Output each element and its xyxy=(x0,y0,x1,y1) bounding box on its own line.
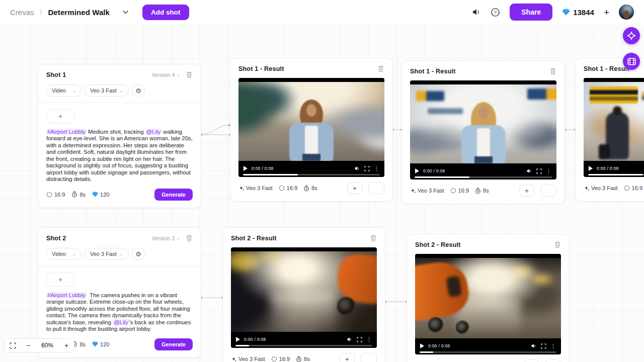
prompt-text[interactable]: #Airport Lobbly The camera pushes in on … xyxy=(46,292,193,333)
model-label: Veo 3 Fast xyxy=(231,356,265,362)
version-dropdown[interactable]: Version 4⌄ xyxy=(152,72,180,78)
fullscreen-button[interactable] xyxy=(364,166,370,171)
shot-card[interactable]: Shot 1 Version 4⌄ Video⌄ Veo 3 Fast⌄ xyxy=(38,64,201,208)
breadcrumb: Crevas / Determined Walk xyxy=(10,8,128,17)
cost-indicator: 120 xyxy=(92,341,109,347)
play-button[interactable] xyxy=(415,168,419,173)
add-to-shot-button[interactable]: + xyxy=(524,359,539,362)
result-title: Shot 2 - Result xyxy=(415,241,461,248)
video-progress-bar[interactable] xyxy=(243,174,380,175)
credits-balance[interactable]: 13844 xyxy=(562,8,594,17)
video-menu-button[interactable]: ⋮ xyxy=(546,168,551,174)
shot-canvas[interactable]: Shot 1 Version 4⌄ Video⌄ Veo 3 Fast⌄ xyxy=(0,24,644,362)
aspect-ratio-label: 16:9 xyxy=(271,356,290,362)
top-bar: Crevas / Determined Walk Add shot ? Shar… xyxy=(0,0,644,24)
share-button[interactable]: Share xyxy=(510,4,552,21)
duration-setting[interactable]: 8s xyxy=(71,191,86,198)
delete-result-button[interactable] xyxy=(370,234,377,242)
video-player[interactable]: 0:00 / 0:08 ⋮ xyxy=(231,247,377,348)
generate-button[interactable]: Generate xyxy=(154,338,193,350)
project-title[interactable]: Determined Walk xyxy=(48,8,110,17)
time-display: 0:00 / 0:08 xyxy=(252,166,273,171)
user-avatar[interactable] xyxy=(619,5,634,20)
video-player[interactable]: 0:00 / 0:08 ⋮ xyxy=(238,78,384,177)
result-title: Shot 1 - Result xyxy=(410,68,456,75)
video-progress-bar[interactable] xyxy=(415,176,552,178)
zoom-out-button[interactable]: − xyxy=(21,339,36,352)
video-player[interactable]: 0:00 / 0:08 ⋮ xyxy=(410,80,556,179)
video-player[interactable]: 0:00 / 0:08 ⋮ xyxy=(584,78,644,177)
breadcrumb-separator: / xyxy=(40,8,42,16)
generate-button[interactable]: Generate xyxy=(154,189,193,201)
result-card[interactable]: Shot 1 - Result 0:00 / 0:08 xyxy=(401,60,565,204)
add-to-shot-button[interactable]: + xyxy=(340,353,355,362)
add-to-shot-button[interactable]: + xyxy=(347,182,362,194)
play-button[interactable] xyxy=(589,166,593,171)
download-button[interactable] xyxy=(540,185,556,197)
download-button[interactable] xyxy=(545,359,561,362)
delete-shot-button[interactable] xyxy=(186,71,193,78)
aspect-ratio-setting[interactable]: 16:9 xyxy=(46,192,65,198)
play-button[interactable] xyxy=(420,343,424,348)
video-progress-bar[interactable] xyxy=(420,351,556,353)
model-dropdown[interactable]: Veo 3 Fast⌄ xyxy=(85,248,129,260)
chevron-down-icon: ⌄ xyxy=(176,72,180,77)
download-button[interactable] xyxy=(368,182,384,194)
fit-view-button[interactable] xyxy=(5,339,21,352)
video-menu-button[interactable]: ⋮ xyxy=(374,166,379,171)
mute-button[interactable] xyxy=(531,343,537,349)
media-type-dropdown[interactable]: Video⌄ xyxy=(46,84,82,97)
gear-icon: ⚙ xyxy=(135,250,141,258)
result-card[interactable]: Shot 1 - Result 0:00 / 0:08 xyxy=(230,58,393,202)
model-dropdown[interactable]: Veo 3 Fast⌄ xyxy=(85,84,129,97)
video-progress-bar[interactable] xyxy=(588,174,644,175)
brand-name[interactable]: Crevas xyxy=(10,8,34,17)
play-button[interactable] xyxy=(236,337,240,342)
trash-icon xyxy=(186,71,193,78)
video-menu-button[interactable]: ⋮ xyxy=(366,337,372,342)
video-menu-button[interactable]: ⋮ xyxy=(550,343,556,349)
result-card[interactable]: Shot 2 - Result 0:00 / 0:08 xyxy=(222,227,385,362)
delete-result-button[interactable] xyxy=(377,65,384,72)
mute-button[interactable] xyxy=(354,165,360,171)
add-to-shot-button[interactable]: + xyxy=(519,185,534,197)
project-menu-chevron-icon[interactable] xyxy=(123,11,128,14)
result-card[interactable]: Shot 2 - Result 0:00 / 0:08 xyxy=(407,234,570,362)
zoom-in-button[interactable]: + xyxy=(59,339,74,352)
video-player[interactable]: 0:00 / 0:08 ⋮ xyxy=(415,254,561,354)
prompt-text[interactable]: #Airport Lobbly Medium shot, tracking @L… xyxy=(46,129,193,183)
add-reference-button[interactable]: + xyxy=(46,273,74,287)
download-button[interactable] xyxy=(361,353,377,362)
fullscreen-button[interactable] xyxy=(357,337,362,342)
ai-assistant-button[interactable] xyxy=(623,27,640,44)
video-thumbnail xyxy=(238,82,384,161)
fullscreen-button[interactable] xyxy=(541,343,546,349)
timeline-button[interactable] xyxy=(623,53,640,70)
fullscreen-button[interactable] xyxy=(536,168,542,174)
mute-button[interactable] xyxy=(347,336,353,342)
add-shot-button[interactable]: Add shot xyxy=(142,5,189,20)
gem-icon xyxy=(562,9,570,16)
shot-settings-button[interactable]: ⚙ xyxy=(132,84,145,97)
help-button[interactable]: ? xyxy=(491,8,500,17)
video-progress-bar[interactable] xyxy=(235,345,372,346)
play-button[interactable] xyxy=(244,166,248,171)
aspect-ratio-label: 16:9 xyxy=(450,188,469,194)
time-display: 0:00 / 0:08 xyxy=(244,337,266,342)
zoom-level[interactable]: 60% xyxy=(36,339,59,352)
delete-result-button[interactable] xyxy=(554,241,561,248)
time-display: 0:00 / 0:08 xyxy=(597,166,618,171)
delete-result-button[interactable] xyxy=(549,67,556,75)
shot-title: Shot 1 xyxy=(46,71,66,78)
add-credits-button[interactable]: + xyxy=(604,8,609,17)
shot-settings-button[interactable]: ⚙ xyxy=(132,248,145,260)
add-reference-button[interactable]: + xyxy=(46,109,74,123)
sound-button[interactable] xyxy=(472,8,481,16)
aspect-ratio-label: 16:9 xyxy=(624,185,642,191)
delete-shot-button[interactable] xyxy=(186,234,193,242)
result-card[interactable]: Shot 1 - Result 0:00 / 0:08 xyxy=(575,58,644,202)
media-type-dropdown[interactable]: Video⌄ xyxy=(46,248,82,260)
mute-button[interactable] xyxy=(526,168,532,174)
credits-count: 13844 xyxy=(573,8,594,17)
version-dropdown[interactable]: Version 2⌄ xyxy=(152,235,180,241)
